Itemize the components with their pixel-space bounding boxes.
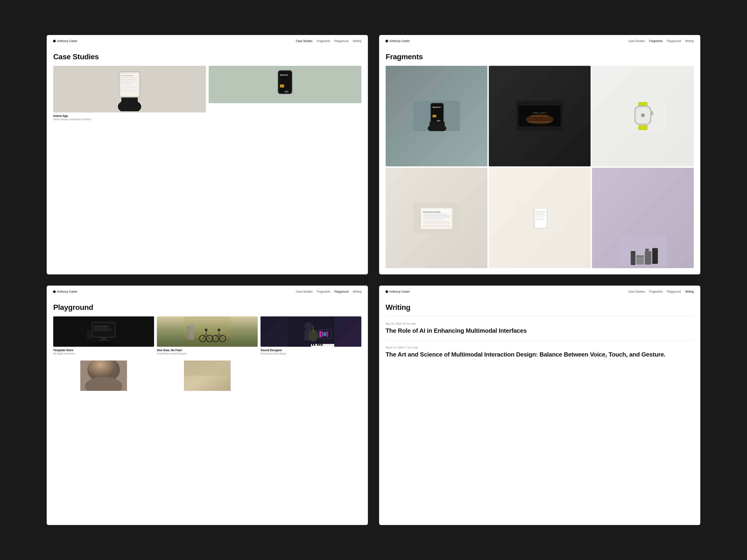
svg-text:Guest Room Furniture: Guest Room Furniture (423, 211, 440, 213)
svg-rect-9 (121, 86, 137, 88)
nav-link-cs-pg[interactable]: Case Studies (296, 290, 312, 293)
svg-point-96 (304, 322, 313, 330)
svg-rect-44 (423, 219, 444, 219)
logo-case-studies[interactable]: Anthony Carter (53, 39, 77, 43)
article-meta-1: May 25, 2024 • 8 min read (386, 322, 694, 325)
pg-image-template: Swift Product Designer_ (53, 316, 154, 347)
nav-writing: Anthony Carter Case Studies Fragments Pl… (379, 286, 700, 297)
writing-content: Writing May 25, 2024 • 8 min read The Ro… (379, 297, 700, 525)
nav-link-fragments-writing[interactable]: Fragments (649, 290, 663, 293)
nav-link-playground[interactable]: Playground (334, 290, 349, 293)
pg-item-portrait[interactable] (53, 361, 154, 391)
frag-item-cosmetics[interactable] (592, 168, 694, 268)
svg-rect-66 (631, 252, 636, 265)
nav-link-playground-cs[interactable]: Playground (334, 39, 349, 43)
pg-item-texture[interactable] (157, 361, 258, 391)
frag-item-book[interactable] (489, 168, 591, 268)
svg-text:VISA: VISA (285, 91, 288, 92)
svg-rect-72 (94, 328, 108, 328)
svg-text:THE LAST: THE LAST (533, 112, 546, 114)
nav-link-fragments-pg[interactable]: Fragments (317, 290, 330, 293)
pg-label-sound: Sound Designer Vlog about sound design (260, 349, 361, 355)
nav-link-writing[interactable]: Writing (685, 290, 694, 293)
svg-rect-43 (423, 217, 450, 218)
pg-title-sound: Sound Designer (260, 349, 361, 352)
cs-image-payment: $88,000.00 VISA (209, 66, 361, 103)
writing-article-2[interactable]: March 12, 2024 • 7 min read The Art and … (386, 340, 694, 364)
nav-link-playground-writing[interactable]: Playground (667, 290, 681, 293)
svg-rect-104 (322, 331, 324, 337)
svg-rect-78 (87, 330, 91, 339)
svg-rect-3 (121, 73, 139, 96)
article-dot-1: • (402, 322, 404, 325)
logo-diamond-pg-icon (53, 290, 56, 293)
frag-item-tablet[interactable]: Guest Room Furniture (386, 168, 487, 268)
nav-link-writing-cs[interactable]: Writing (353, 39, 361, 43)
svg-rect-74 (94, 330, 110, 331)
svg-text:Swift Product Designer_: Swift Product Designer_ (94, 325, 109, 327)
pg-image-texture (157, 361, 258, 391)
svg-rect-109 (314, 344, 315, 346)
pg-image-cycling (157, 316, 258, 347)
svg-rect-20 (433, 115, 436, 117)
logo-playground[interactable]: Anthony Carter (53, 290, 77, 293)
cs-item-payment[interactable]: $88,000.00 VISA (209, 66, 361, 121)
nav-link-fragments[interactable]: Fragments (649, 39, 663, 43)
playground-title: Playground (53, 303, 361, 312)
case-studies-grid: Interio App Interior design management p… (53, 66, 361, 121)
svg-rect-4 (121, 75, 133, 76)
svg-rect-54 (536, 214, 545, 215)
cs-item-interio[interactable]: Interio App Interior design management p… (53, 66, 206, 121)
nav-link-writing-pg[interactable]: Writing (353, 290, 361, 293)
case-studies-title: Case Studies (53, 53, 361, 61)
article-title-1: The Role of AI in Enhancing Multimodal I… (386, 327, 694, 335)
svg-rect-10 (121, 89, 137, 92)
pg-item-cycling[interactable]: One Gear, No Fear! Everything around fix… (157, 316, 258, 355)
nav-link-case-studies[interactable]: Case Studies (296, 39, 312, 43)
nav-link-playground-frag[interactable]: Playground (667, 39, 681, 43)
pg-image-portrait (53, 361, 154, 391)
pg-title-template: Template Store (53, 349, 154, 352)
svg-rect-29 (528, 122, 551, 123)
writing-panel: Anthony Carter Case Studies Fragments Pl… (379, 286, 700, 525)
logo-writing[interactable]: Anthony Carter (386, 290, 410, 293)
nav-link-writing-frag[interactable]: Writing (685, 39, 694, 43)
nav-fragments: Anthony Carter Case Studies Fragments Pl… (379, 35, 700, 47)
article-read-1: 8 min read (404, 322, 416, 325)
writing-article-1[interactable]: May 25, 2024 • 8 min read The Role of AI… (386, 316, 694, 340)
svg-rect-103 (319, 331, 321, 338)
pg-desc-cycling: Everything around fixed gear (157, 352, 258, 355)
writing-title: Writing (386, 303, 694, 312)
pg-title-cycling: One Gear, No Fear! (157, 349, 258, 352)
nav-links-writing: Case Studies Fragments Playground Writin… (628, 290, 694, 293)
svg-rect-112 (321, 344, 323, 346)
svg-rect-117 (184, 361, 231, 376)
svg-rect-55 (536, 216, 543, 216)
svg-rect-59 (652, 249, 658, 264)
svg-rect-36 (638, 125, 648, 130)
main-grid: Anthony Carter Case Studies Fragments Pl… (47, 35, 700, 525)
svg-rect-63 (645, 249, 649, 250)
svg-rect-111 (319, 344, 320, 346)
svg-rect-73 (94, 329, 112, 330)
nav-link-cs-frag[interactable]: Case Studies (628, 39, 645, 43)
pg-item-template[interactable]: Swift Product Designer_ (53, 316, 154, 355)
svg-point-86 (205, 328, 208, 331)
logo-diamond-icon (53, 39, 56, 43)
svg-text:$88,000.00: $88,000.00 (433, 106, 441, 108)
nav-link-cs-writing[interactable]: Case Studies (628, 290, 645, 293)
svg-rect-80 (184, 339, 231, 347)
frag-item-watch[interactable] (592, 66, 694, 166)
svg-rect-56 (536, 218, 545, 219)
frag-item-movie[interactable]: THE LAST EXPEDITION (489, 66, 591, 166)
nav-link-fragments-cs[interactable]: Fragments (317, 39, 330, 43)
svg-rect-50 (533, 209, 535, 228)
svg-rect-70 (93, 323, 114, 337)
cs-label-interio: Interio App Interior design management p… (53, 114, 206, 121)
frag-item-phone[interactable]: $88,000.00 VISA (386, 66, 487, 166)
article-title-2: The Art and Science of Multimodal Intera… (386, 351, 694, 358)
logo-fragments[interactable]: Anthony Carter (386, 39, 410, 43)
pg-item-sound[interactable]: Sound Designer Vlog about sound design (260, 316, 361, 355)
svg-rect-5 (121, 77, 137, 78)
svg-rect-67 (631, 251, 636, 253)
